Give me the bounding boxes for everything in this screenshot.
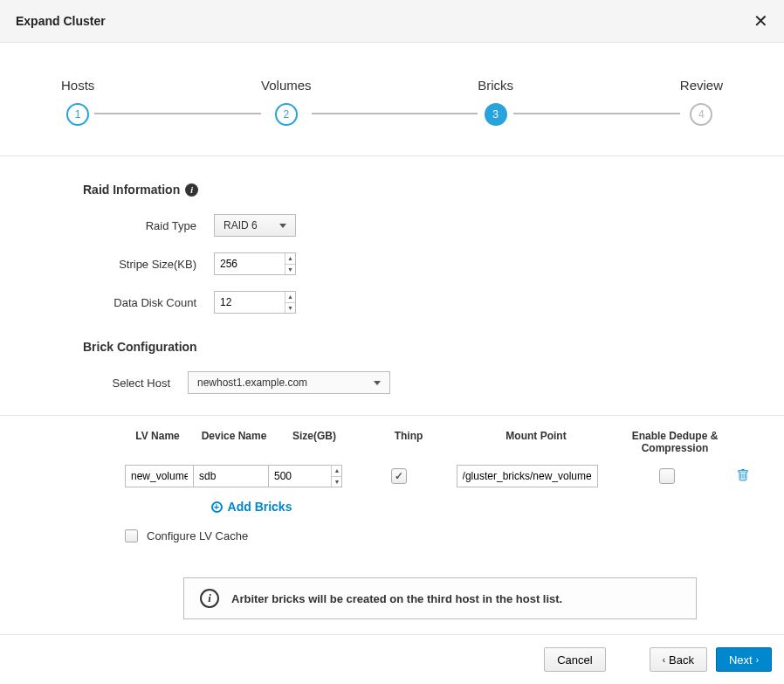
col-thinp: Thinp <box>372 430 445 442</box>
step-connector <box>312 113 478 114</box>
select-host-row: Select Host newhost1.example.com <box>83 371 749 394</box>
brick-config-title: Brick Configuration <box>83 340 749 354</box>
col-size: Size(GB) <box>278 430 351 442</box>
step-label: Review <box>680 78 723 93</box>
select-host-dropdown[interactable]: newhost1.example.com <box>188 371 390 394</box>
info-icon[interactable]: i <box>185 183 198 197</box>
spinner-buttons[interactable]: ▲▼ <box>331 466 341 487</box>
raid-type-label: Raid Type <box>83 219 214 232</box>
wizard-stepper: Hosts 1 Volumes 2 Bricks 3 Review 4 <box>0 43 784 156</box>
lv-cache-label: Configure LV Cache <box>147 529 248 542</box>
step-bricks[interactable]: Bricks 3 <box>478 78 513 126</box>
step-circle: 1 <box>66 103 89 126</box>
dedupe-cell <box>612 468 723 484</box>
modal-title: Expand Cluster <box>16 14 106 28</box>
col-dedupe: Enable Dedupe & Compression <box>618 430 732 454</box>
raid-section-title: Raid Information i <box>83 183 749 197</box>
step-connector <box>513 113 680 114</box>
raid-title-text: Raid Information <box>83 183 180 197</box>
close-icon[interactable]: ✕ <box>753 12 768 30</box>
info-icon: i <box>200 589 219 608</box>
lv-cache-checkbox[interactable] <box>125 529 138 542</box>
brick-row: ▲▼ <box>125 465 749 487</box>
disk-count-input[interactable]: ▲▼ <box>214 291 296 314</box>
stripe-size-label: Stripe Size(KB) <box>83 258 214 271</box>
size-input[interactable]: ▲▼ <box>269 465 342 487</box>
modal-footer: Cancel ‹ Back Next › <box>0 634 784 684</box>
step-volumes[interactable]: Volumes 2 <box>261 78 312 126</box>
back-button[interactable]: ‹ Back <box>650 647 707 672</box>
info-text: Arbiter bricks will be created on the th… <box>231 592 562 605</box>
add-bricks-link[interactable]: + Add Bricks <box>125 500 378 514</box>
lv-cache-row: Configure LV Cache <box>125 529 749 542</box>
col-lvname: LV Name <box>125 430 190 442</box>
stripe-size-input[interactable]: ▲▼ <box>214 252 296 275</box>
section-divider <box>0 415 784 416</box>
spinner-buttons[interactable]: ▲▼ <box>285 292 295 313</box>
thinp-checkbox[interactable] <box>391 468 407 484</box>
lv-name-input[interactable] <box>125 465 194 487</box>
disk-count-field[interactable] <box>215 292 285 313</box>
chevron-down-icon <box>374 381 381 385</box>
delete-row-button[interactable] <box>737 469 749 484</box>
size-field[interactable] <box>269 466 331 487</box>
stripe-size-row: Stripe Size(KB) ▲▼ <box>83 252 749 275</box>
step-circle: 4 <box>690 103 712 126</box>
brick-table: LV Name Device Name Size(GB) Thinp Mount… <box>125 430 749 542</box>
chevron-right-icon: › <box>756 655 759 665</box>
next-button[interactable]: Next › <box>716 647 772 672</box>
step-hosts[interactable]: Hosts 1 <box>61 78 94 126</box>
next-label: Next <box>729 653 753 667</box>
chevron-down-icon <box>279 224 286 228</box>
mount-cell <box>457 465 598 487</box>
device-name-input[interactable] <box>194 465 269 487</box>
col-mount: Mount Point <box>466 430 606 442</box>
chevron-left-icon: ‹ <box>663 655 665 665</box>
spinner-buttons[interactable]: ▲▼ <box>285 253 295 274</box>
dedupe-checkbox[interactable] <box>659 468 675 484</box>
cancel-button[interactable]: Cancel <box>544 647 605 672</box>
step-circle: 2 <box>275 103 298 126</box>
wizard-content: Raid Information i Raid Type RAID 6 Stri… <box>0 156 784 654</box>
raid-type-row: Raid Type RAID 6 <box>83 214 749 237</box>
info-banner: i Arbiter bricks will be created on the … <box>183 577 697 619</box>
raid-type-value: RAID 6 <box>224 219 258 231</box>
step-connector <box>94 113 261 114</box>
selected-host-value: newhost1.example.com <box>197 377 307 389</box>
mount-point-input[interactable] <box>457 465 598 487</box>
disk-count-label: Data Disk Count <box>83 296 214 309</box>
plus-icon: + <box>211 501 223 513</box>
thinp-cell <box>363 468 435 484</box>
disk-count-row: Data Disk Count ▲▼ <box>83 291 749 314</box>
add-bricks-label: Add Bricks <box>228 500 292 514</box>
raid-type-select[interactable]: RAID 6 <box>214 214 296 237</box>
cancel-label: Cancel <box>557 653 592 667</box>
brick-table-header: LV Name Device Name Size(GB) Thinp Mount… <box>125 430 749 454</box>
step-label: Volumes <box>261 78 312 93</box>
stripe-size-field[interactable] <box>215 253 285 274</box>
step-label: Hosts <box>61 78 94 93</box>
select-host-label: Select Host <box>83 377 188 390</box>
step-circle: 3 <box>485 103 507 126</box>
modal-header: Expand Cluster ✕ <box>0 0 784 43</box>
step-review[interactable]: Review 4 <box>680 78 723 126</box>
step-label: Bricks <box>478 78 513 93</box>
back-label: Back <box>669 653 694 667</box>
col-devname: Device Name <box>190 430 278 442</box>
